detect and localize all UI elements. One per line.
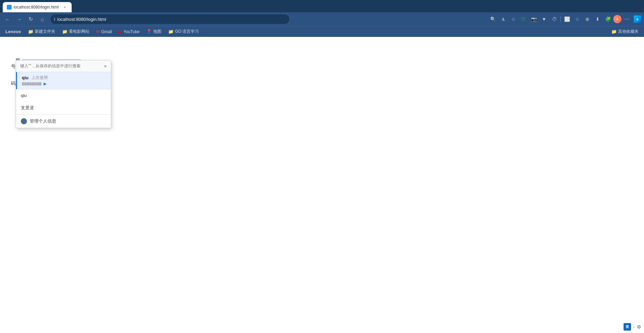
autocomplete-close-button[interactable]: × xyxy=(104,64,107,69)
tab-bar: localhost:8080/login.html × xyxy=(0,0,644,12)
gmail-icon: ✉ xyxy=(96,29,100,34)
folder-icon-go: 📁 xyxy=(168,29,174,34)
password-mask-text: 88888888 xyxy=(22,81,42,86)
bookmark-youtube[interactable]: ▶ YouTube xyxy=(116,28,142,35)
taskbar-separator-dot: · xyxy=(633,324,635,330)
tab-favicon xyxy=(7,5,12,10)
active-tab[interactable]: localhost:8080/login.html × xyxy=(3,2,72,12)
bookmark-new-folder-label: 新建文件夹 xyxy=(35,29,55,34)
folder-icon: 📁 xyxy=(28,29,33,34)
autocomplete-dropdown: 键入""，从保存的信息中进行搜索 × qiu 上次使用 88888888 ▶ q… xyxy=(16,60,111,128)
home-icon: ⌂ xyxy=(41,16,44,22)
profile-avatar[interactable]: A xyxy=(613,15,621,23)
favorite-button[interactable]: ☆ xyxy=(509,14,518,24)
browser-chrome: localhost:8080/login.html × ← → ↻ ⌂ ℹ lo… xyxy=(0,0,644,37)
autocomplete-manage-button[interactable]: 👤 管理个人信息 xyxy=(16,114,111,128)
last-used-text: 上次使用 xyxy=(31,75,48,81)
favorites-button[interactable]: ☆ xyxy=(572,14,582,24)
address-text: localhost:8080/login.html xyxy=(57,17,106,22)
bookmark-other-label: 其他收藏夹 xyxy=(618,29,639,34)
zoom-button[interactable]: 🔍 xyxy=(488,14,498,24)
nav-actions: 🔍 𝐀 ☆ 🛡 📷 ▼ ⏱ ⬜ ☆ ⊕ ⬇ 🧩 A ⋯ e xyxy=(488,14,641,24)
taskbar: 英 · ⚙ xyxy=(624,321,644,333)
taskbar-settings-icon[interactable]: ⚙ xyxy=(637,324,641,330)
shield-button[interactable]: 🛡 xyxy=(519,14,528,24)
bookmarks-bar: Lenovo 📁 新建文件夹 📁 看电影网站 ✉ Gmail ▶ YouTube… xyxy=(0,26,644,37)
lenovo-label: Lenovo xyxy=(5,29,21,34)
refresh-icon: ↻ xyxy=(29,16,33,22)
bookmark-new-folder[interactable]: 📁 新建文件夹 xyxy=(25,28,58,36)
tab-close-button[interactable]: × xyxy=(62,4,68,10)
autocomplete-selected-password: 88888888 ▶ xyxy=(22,81,106,86)
tab-title: localhost:8080/login.html xyxy=(14,5,59,10)
timer-button[interactable]: ⏱ xyxy=(550,14,559,24)
back-button[interactable]: ← xyxy=(3,14,12,24)
nav-divider xyxy=(560,16,561,22)
bookmark-movie[interactable]: 📁 看电影网站 xyxy=(59,28,92,36)
browser-essentials-button[interactable]: ⊕ xyxy=(583,14,592,24)
selected-username-text: qiu xyxy=(22,75,29,80)
autocomplete-header: 键入""，从保存的信息中进行搜索 × xyxy=(16,60,111,72)
autocomplete-selected-username: qiu 上次使用 xyxy=(22,75,106,81)
forward-icon: → xyxy=(17,16,22,22)
folder-icon-other: 📁 xyxy=(611,29,617,34)
back-icon: ← xyxy=(5,16,10,22)
home-button[interactable]: ⌂ xyxy=(38,14,47,24)
translate-button[interactable]: 𝐀 xyxy=(498,14,508,24)
split-screen-button[interactable]: ⬜ xyxy=(562,14,572,24)
refresh-button[interactable]: ↻ xyxy=(26,14,35,24)
address-bar[interactable]: ℹ localhost:8080/login.html xyxy=(50,14,289,24)
autocomplete-item-qiu[interactable]: qiu xyxy=(16,89,111,101)
youtube-icon: ▶ xyxy=(119,29,122,34)
nav-bar: ← → ↻ ⌂ ℹ localhost:8080/login.html 🔍 𝐀 … xyxy=(0,12,644,26)
taskbar-lang-indicator[interactable]: 英 xyxy=(624,323,631,331)
bookmark-maps-label: 地图 xyxy=(153,29,161,34)
autocomplete-item-qiu-label: qiu xyxy=(21,93,27,98)
maps-icon: 📍 xyxy=(146,29,152,34)
folder-icon-movie: 📁 xyxy=(62,29,68,34)
extensions-button[interactable]: 🧩 xyxy=(603,14,613,24)
bookmark-youtube-label: YouTube xyxy=(123,29,140,34)
bookmark-maps[interactable]: 📍 地图 xyxy=(144,28,164,36)
lock-icon: ℹ xyxy=(54,17,55,22)
edge-icon: e xyxy=(634,15,641,23)
bookmark-gmail-label: Gmail xyxy=(101,29,112,34)
bookmark-lenovo[interactable]: Lenovo xyxy=(3,28,24,35)
forward-button[interactable]: → xyxy=(14,14,24,24)
bookmark-other[interactable]: 📁 其他收藏夹 xyxy=(609,28,641,36)
autocomplete-item-zhijingling-label: 支景灵 xyxy=(21,105,34,110)
page-content: 账号： 密码： 登录 键入""，从保存的信息中进行搜索 × qiu 上次使用 8… xyxy=(0,37,644,333)
immersive-reader-button[interactable]: ▼ xyxy=(539,14,549,24)
bookmark-go-lang[interactable]: 📁 GO 语言学习 xyxy=(165,28,202,36)
autocomplete-manage-label: 管理个人信息 xyxy=(30,118,56,124)
bookmark-gmail[interactable]: ✉ Gmail xyxy=(93,28,115,35)
bookmark-go-lang-label: GO 语言学习 xyxy=(175,29,199,34)
arrow-cursor-icon: ▶ xyxy=(44,82,46,86)
autocomplete-item-zhijingling[interactable]: 支景灵 xyxy=(16,101,111,114)
more-menu-button[interactable]: ⋯ xyxy=(622,14,632,24)
manage-person-icon: 👤 xyxy=(21,118,27,124)
autocomplete-header-text: 键入""，从保存的信息中进行搜索 xyxy=(20,63,80,69)
bookmark-movie-label: 看电影网站 xyxy=(69,29,89,34)
collections-button[interactable]: 📷 xyxy=(529,14,539,24)
autocomplete-selected-item[interactable]: qiu 上次使用 88888888 ▶ xyxy=(16,72,111,89)
download-button[interactable]: ⬇ xyxy=(593,14,602,24)
